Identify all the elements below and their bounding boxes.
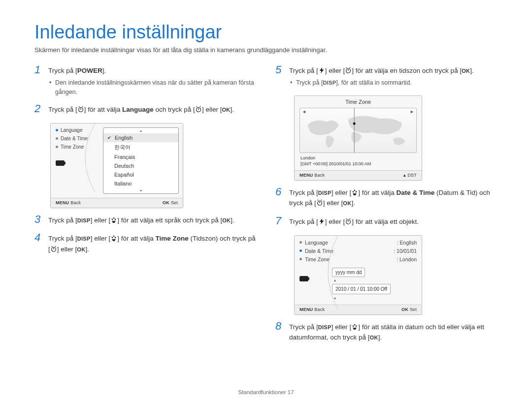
step-text: Tryck på [] eller [] för att välja en ti… bbox=[289, 65, 498, 76]
step-number: 5 bbox=[275, 63, 281, 76]
ok-icon: OK bbox=[462, 67, 470, 76]
screen-left-panel: Language Date & Time Time Zone bbox=[51, 123, 101, 198]
step-text: Tryck på [POWER]. bbox=[48, 65, 257, 76]
menu-item: Time Zone bbox=[305, 256, 330, 262]
language-option: 한국어 bbox=[103, 142, 178, 153]
screen-footer: MENUBack ▴DST bbox=[295, 170, 422, 180]
menu-icon: MENU bbox=[299, 307, 313, 312]
step-number: 6 bbox=[275, 185, 281, 198]
date-value: 2010 / 01 / 01 10:00 Off bbox=[332, 284, 391, 294]
step-bullet: Tryck på [DISP], för att ställa in somma… bbox=[289, 78, 498, 88]
camera-screen-timezone: Time Zone ◄ ► London [GMT +00:00] 2010/0… bbox=[294, 95, 422, 181]
self-timer-icon bbox=[316, 199, 323, 206]
menu-value: : London bbox=[397, 256, 417, 262]
step-number: 4 bbox=[34, 231, 40, 244]
macro-flower-icon bbox=[351, 189, 358, 196]
arrow-right-icon: ► bbox=[410, 109, 414, 114]
step-number: 7 bbox=[275, 215, 281, 227]
step-1: 1 Tryck på [POWER]. Den inledande instäl… bbox=[34, 65, 257, 96]
screen-title: Time Zone bbox=[295, 96, 422, 107]
ok-icon: OK bbox=[401, 307, 408, 312]
self-timer-icon bbox=[345, 218, 352, 225]
ok-icon: OK bbox=[163, 200, 169, 205]
ok-icon: OK bbox=[222, 106, 230, 115]
ok-icon: OK bbox=[370, 334, 378, 342]
world-map: ◄ ► bbox=[299, 108, 417, 153]
camera-screen-datetime: Language: English Date & Time: 10/01/01 … bbox=[294, 235, 422, 315]
menu-icon: MENU bbox=[56, 200, 69, 205]
chevron-up-icon: ▴ bbox=[103, 128, 178, 133]
ok-icon: OK bbox=[343, 199, 351, 208]
step-text: Tryck på [DISP] eller [] för att ställa … bbox=[289, 322, 498, 343]
step-6: 6 Tryck på [DISP] eller [] för att välja… bbox=[275, 187, 498, 209]
disp-icon: DISP bbox=[77, 216, 91, 225]
step-bullet: Den inledande inställningsskärmen visas … bbox=[48, 78, 257, 97]
timezone-info: London [GMT +00:00] 2010/01/01 10:00 AM bbox=[295, 155, 422, 170]
language-option: Español bbox=[103, 170, 178, 179]
disp-icon: DISP bbox=[323, 79, 336, 87]
date-time-label: Date & Time bbox=[396, 189, 434, 196]
disp-icon: DISP bbox=[77, 235, 91, 244]
step-text: Tryck på [] eller [] för att välja ett o… bbox=[289, 216, 498, 227]
menu-item: Date & Time bbox=[61, 136, 88, 141]
ok-icon: OK bbox=[222, 216, 231, 225]
menu-value: : English bbox=[397, 240, 417, 246]
flash-icon bbox=[318, 67, 325, 74]
disp-icon: DISP bbox=[318, 323, 332, 332]
chevron-up-icon: ▴ bbox=[403, 173, 406, 178]
page-title: Inledande inställningar bbox=[34, 22, 498, 43]
column-right: 5 Tryck på [] eller [] för att välja en … bbox=[275, 65, 498, 351]
step-text: Tryck på [DISP] eller [] för att välja T… bbox=[48, 233, 257, 254]
language-option: Français bbox=[103, 153, 178, 161]
column-left: 1 Tryck på [POWER]. Den inledande instäl… bbox=[34, 65, 257, 351]
language-option: English bbox=[103, 133, 178, 142]
menu-icon: MENU bbox=[299, 173, 313, 178]
menu-item: Date & Time bbox=[305, 248, 333, 254]
time-zone-label: Time Zone bbox=[155, 235, 188, 242]
self-timer-icon bbox=[345, 67, 352, 74]
screen-footer: MENUBack OKSet bbox=[295, 305, 422, 314]
arrow-left-icon: ◄ bbox=[302, 109, 306, 114]
menu-item: Time Zone bbox=[61, 144, 84, 150]
language-label: Language bbox=[122, 106, 154, 113]
menu-item: Language bbox=[61, 127, 83, 133]
step-number: 1 bbox=[34, 63, 40, 76]
page-subtitle: Skärmen för inledande inställningar visa… bbox=[34, 46, 498, 55]
screen-footer: MENUBack OKSet bbox=[51, 198, 183, 208]
power-label: POWER bbox=[77, 67, 102, 74]
camera-screen-language: Language Date & Time Time Zone ▴ English… bbox=[50, 123, 183, 208]
language-list: ▴ English 한국어 Français Deutsch Español I… bbox=[103, 127, 179, 194]
flash-icon bbox=[318, 218, 325, 225]
macro-flower-icon bbox=[110, 235, 117, 242]
step-number: 2 bbox=[34, 102, 40, 115]
chevron-down-icon: ▾ bbox=[103, 188, 178, 193]
step-2: 2 Tryck på [] för att välja Language och… bbox=[34, 104, 257, 115]
step-text: Tryck på [DISP] eller [] för att välja e… bbox=[48, 215, 257, 226]
self-timer-icon bbox=[77, 106, 84, 113]
macro-flower-icon bbox=[351, 323, 358, 330]
battery-icon bbox=[56, 160, 65, 166]
page-footer: Standardfunktioner 17 bbox=[0, 389, 532, 395]
step-7: 7 Tryck på [] eller [] för att välja ett… bbox=[275, 216, 498, 227]
disp-icon: DISP bbox=[318, 189, 332, 198]
step-4: 4 Tryck på [DISP] eller [] för att välja… bbox=[34, 233, 257, 254]
ok-icon: OK bbox=[77, 246, 85, 254]
self-timer-icon bbox=[195, 106, 202, 113]
language-option: Deutsch bbox=[103, 161, 178, 170]
language-option: Italiano bbox=[103, 179, 178, 188]
date-format: yyyy mm dd bbox=[332, 268, 365, 277]
step-text: Tryck på [] för att välja Language och t… bbox=[48, 104, 257, 115]
chevron-down-icon: ▾ bbox=[334, 296, 417, 301]
step-number: 3 bbox=[34, 213, 40, 226]
battery-icon bbox=[299, 276, 308, 281]
step-8: 8 Tryck på [DISP] eller [] för att ställ… bbox=[275, 322, 498, 343]
svg-point-5 bbox=[353, 122, 356, 124]
step-3: 3 Tryck på [DISP] eller [] för att välja… bbox=[34, 215, 257, 226]
step-text: Tryck på [DISP] eller [] för att välja D… bbox=[289, 187, 498, 209]
self-timer-icon bbox=[50, 246, 57, 252]
macro-flower-icon bbox=[110, 216, 117, 223]
step-5: 5 Tryck på [] eller [] för att välja en … bbox=[275, 65, 498, 87]
step-number: 8 bbox=[275, 320, 281, 333]
chevron-up-icon: ▴ bbox=[334, 278, 417, 282]
menu-item: Language bbox=[305, 240, 328, 246]
